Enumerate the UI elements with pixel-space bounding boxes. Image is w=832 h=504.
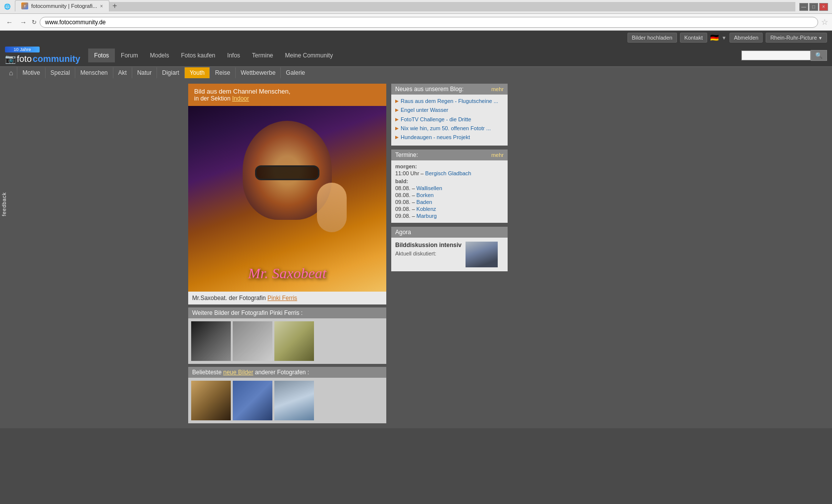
popular-photos-header: Beliebteste neue Bilder anderer Fotograf… xyxy=(188,367,386,378)
forward-button[interactable]: → xyxy=(18,17,29,27)
termine-event-1: 08.08. – Wallisellen xyxy=(395,185,504,191)
close-button[interactable]: × xyxy=(819,3,828,11)
subnav-natur[interactable]: Natur xyxy=(132,67,157,78)
logout-button[interactable]: Abmelden xyxy=(729,33,763,43)
event-3-date: 09.08. – xyxy=(395,199,415,205)
nav-meine-community[interactable]: Meine Community xyxy=(279,49,339,62)
nav-termine[interactable]: Termine xyxy=(246,49,279,62)
window-icon: 🌐 xyxy=(4,3,11,10)
sub-nav-bar: ⌂ Motive Spezial Menschen Akt Natur Digi… xyxy=(0,66,832,79)
subnav-reise[interactable]: Reise xyxy=(210,67,236,78)
language-flag[interactable]: 🇩🇪 xyxy=(710,34,719,42)
contact-button[interactable]: Kontakt xyxy=(680,33,707,43)
blog-item-3: FotoTV Challenge - die Dritte xyxy=(395,116,504,123)
agora-title: Agora xyxy=(395,229,411,236)
minimize-button[interactable]: — xyxy=(799,3,808,11)
channel-header: Bild aus dem Channel Menschen, in der Se… xyxy=(188,84,386,106)
url-input[interactable] xyxy=(40,17,818,28)
back-button[interactable]: ← xyxy=(4,17,15,27)
event-1-location[interactable]: Wallisellen xyxy=(416,185,442,191)
event-2-date: 08.08. – xyxy=(395,192,415,198)
subnav-motive[interactable]: Motive xyxy=(17,67,45,78)
subnav-spezial[interactable]: Spezial xyxy=(46,67,75,78)
search-input[interactable] xyxy=(741,50,811,60)
thumb-2[interactable] xyxy=(233,321,272,361)
popular-thumb-2[interactable] xyxy=(233,381,272,420)
restore-button[interactable]: □ xyxy=(809,3,818,11)
termine-event-2: 08.08. – Borken xyxy=(395,192,504,198)
account-button[interactable]: Rhein-Ruhr-Picture xyxy=(766,33,827,43)
blog-content: Raus aus dem Regen - Flugutscheine ... E… xyxy=(391,95,508,146)
thumb-3[interactable] xyxy=(274,321,314,361)
subnav-youth[interactable]: Youth xyxy=(185,67,210,78)
nav-models[interactable]: Models xyxy=(144,49,175,62)
main-photo[interactable]: Mr. Saxobeat xyxy=(188,106,386,292)
event-3-location[interactable]: Baden xyxy=(416,199,432,205)
home-icon[interactable]: ⌂ xyxy=(5,67,17,79)
more-photos-title: Weitere Bilder der Fotografin Pinki Ferr… xyxy=(192,309,303,316)
subnav-galerie[interactable]: Galerie xyxy=(281,67,310,78)
popular-thumb-3[interactable] xyxy=(274,381,314,420)
refresh-button[interactable]: ↻ xyxy=(32,19,37,26)
morgen-location-link[interactable]: Bergisch Gladbach xyxy=(425,170,471,176)
subnav-menschen[interactable]: Menschen xyxy=(75,67,113,78)
subnav-wettbewerbe[interactable]: Wettbewerbe xyxy=(236,67,281,78)
channel-subtitle-link[interactable]: Indoor xyxy=(232,95,249,102)
photo-caption: Mr.Saxobeat. der Fotografin Pinki Ferris xyxy=(188,292,386,304)
subnav-akt[interactable]: Akt xyxy=(113,67,132,78)
agora-image[interactable] xyxy=(466,242,498,267)
blog-item-4: Nix wie hin, zum 50. offenen Fototr ... xyxy=(395,125,504,132)
photographer-link[interactable]: Pinki Ferris xyxy=(267,295,297,302)
blog-item-1: Raus aus dem Regen - Flugutscheine ... xyxy=(395,98,504,104)
morgen-time: 11:00 Uhr – xyxy=(395,170,423,176)
photo-title-text: Mr. Saxobeat xyxy=(248,265,326,281)
main-column: Bild aus dem Channel Menschen, in der Se… xyxy=(188,84,386,423)
termine-morgen-event: 11:00 Uhr – Bergisch Gladbach xyxy=(395,170,504,176)
event-4-location[interactable]: Koblenz xyxy=(416,206,436,212)
event-5-location[interactable]: Marburg xyxy=(416,213,437,219)
flag-dropdown[interactable]: ▼ xyxy=(722,35,727,41)
blog-link-5[interactable]: Hundeaugen - neues Projekt xyxy=(401,134,470,141)
popular-suffix: anderer Fotografen : xyxy=(253,369,309,376)
agora-item-title: Bilddiskussion intensiv xyxy=(395,242,462,249)
blog-link-1[interactable]: Raus aus dem Regen - Flugutscheine ... xyxy=(401,98,498,104)
tab-close-button[interactable]: × xyxy=(100,3,103,9)
termine-header: Termine: mehr xyxy=(391,150,508,160)
popular-photos-grid xyxy=(188,378,386,423)
nav-fotos[interactable]: Fotos xyxy=(88,49,115,62)
blog-item-2: Engel unter Wasser xyxy=(395,106,504,113)
bookmark-button[interactable]: ☆ xyxy=(821,17,828,27)
tab-favicon: f xyxy=(21,2,28,9)
search-button[interactable]: 🔍 xyxy=(811,50,827,61)
popular-link[interactable]: neue Bilder xyxy=(223,369,254,376)
thumb-1[interactable] xyxy=(191,321,231,361)
termine-more-link[interactable]: mehr xyxy=(491,152,504,158)
feedback-tab[interactable]: feedback xyxy=(0,188,8,220)
agora-item: Bilddiskussion intensiv Aktuell diskutie… xyxy=(395,242,504,267)
photo-title: Mr. Saxobeat xyxy=(188,265,386,282)
termine-content: morgen: 11:00 Uhr – Bergisch Gladbach ba… xyxy=(391,160,508,223)
nav-forum[interactable]: Forum xyxy=(115,49,144,62)
upload-button[interactable]: Bilder hochladen xyxy=(627,33,677,43)
blog-link-2[interactable]: Engel unter Wasser xyxy=(401,106,448,113)
termine-bald-label: bald: xyxy=(395,178,504,184)
blog-link-3[interactable]: FotoTV Challenge - die Dritte xyxy=(401,116,471,123)
blog-more-link[interactable]: mehr xyxy=(491,86,504,92)
new-tab-button[interactable]: + xyxy=(109,0,120,11)
popular-thumb-1[interactable] xyxy=(191,381,231,420)
years-badge: 10 Jahre xyxy=(5,47,40,52)
agora-text: Bilddiskussion intensiv Aktuell diskutie… xyxy=(395,242,462,256)
logo-foto: foto xyxy=(17,54,32,64)
termine-section: Termine: mehr morgen: 11:00 Uhr – Bergis… xyxy=(391,150,508,223)
event-2-location[interactable]: Borken xyxy=(416,192,434,198)
tab-title: fotocommunity | Fotografi... xyxy=(31,3,97,9)
popular-prefix: Beliebteste xyxy=(192,369,223,376)
camera-icon: 📷 xyxy=(5,53,16,64)
active-tab[interactable]: f fotocommunity | Fotografi... × xyxy=(15,0,109,11)
subnav-digiart[interactable]: Digiart xyxy=(157,67,185,78)
blog-section: Neues aus unserem Blog: mehr Raus aus de… xyxy=(391,84,508,146)
termine-event-3: 09.08. – Baden xyxy=(395,199,504,205)
nav-fotos-kaufen[interactable]: Fotos kaufen xyxy=(175,49,221,62)
nav-infos[interactable]: Infos xyxy=(221,49,246,62)
blog-link-4[interactable]: Nix wie hin, zum 50. offenen Fototr ... xyxy=(401,125,491,132)
